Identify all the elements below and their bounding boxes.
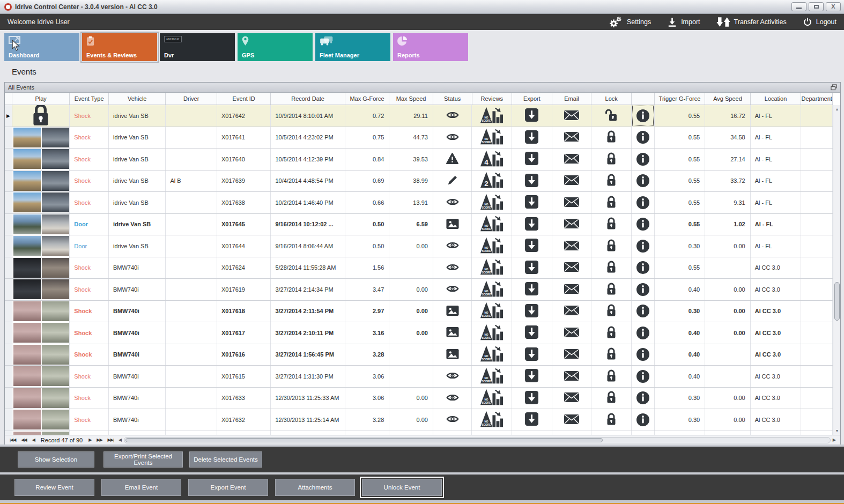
nav-first-button[interactable]: |◀◀ [10, 438, 16, 442]
column-header-lock[interactable]: Lock [591, 93, 632, 105]
tile-events-reviews[interactable]: Events & Reviews [82, 33, 157, 61]
export-button[interactable] [512, 366, 552, 387]
email-button[interactable] [552, 388, 592, 409]
email-button[interactable] [552, 192, 592, 213]
horizontal-scroll-thumb[interactable] [125, 438, 603, 442]
table-row[interactable]: ShockBMW740iX0176153/27/2014 1:31:30 PM3… [5, 366, 833, 388]
row-selector[interactable] [5, 279, 12, 300]
row-selector[interactable]: ▶ [5, 105, 12, 127]
export-button[interactable] [512, 409, 552, 431]
email-button[interactable] [552, 279, 592, 300]
info-button[interactable] [632, 344, 655, 366]
export-button[interactable] [512, 214, 552, 235]
email-button[interactable] [552, 431, 592, 435]
lock-button[interactable] [591, 279, 632, 300]
event-video-thumbnail[interactable] [13, 388, 69, 408]
play-thumbnail[interactable] [12, 431, 70, 435]
scroll-down-arrow[interactable]: ▼ [833, 427, 841, 435]
table-row[interactable]: Shockidrive Van SBX01764010/5/2014 4:12:… [5, 149, 833, 171]
row-selector[interactable] [5, 409, 12, 431]
info-button[interactable] [632, 149, 655, 170]
horizontal-scrollbar[interactable] [124, 437, 831, 443]
unlock-event-button[interactable]: Unlock Event [362, 479, 442, 496]
nav-next-button[interactable]: ▶ [88, 438, 91, 442]
tile-fleet-manager[interactable]: Fleet Manager [315, 33, 390, 61]
column-header-avg_speed[interactable]: Avg Speed [705, 93, 751, 105]
table-row[interactable]: ShockBMW740iX0176173/27/2014 2:10:11 PM3… [5, 322, 833, 344]
reviews-cell[interactable]: NOSCORE [472, 344, 512, 366]
table-row[interactable]: ShockBMW740iX0176193/27/2014 2:14:34 PM3… [5, 279, 833, 301]
reviews-cell[interactable]: NOSCORE [472, 257, 512, 279]
email-button[interactable] [552, 105, 592, 127]
reviews-cell[interactable]: NOSCORE [472, 388, 512, 409]
table-row[interactable]: Dooridrive Van SBX0176449/16/2014 8:06:4… [5, 235, 833, 257]
column-header-vehicle[interactable]: Vehicle [109, 93, 166, 105]
column-header-email[interactable]: Email [552, 93, 592, 105]
lock-button[interactable] [591, 366, 632, 387]
hscroll-left-arrow[interactable]: ◀ [119, 438, 122, 442]
play-thumbnail[interactable] [12, 127, 70, 149]
event-video-thumbnail[interactable] [13, 236, 69, 256]
status-cell[interactable] [433, 149, 472, 170]
lock-button[interactable] [591, 192, 632, 213]
status-cell[interactable] [433, 171, 472, 192]
info-button[interactable] [632, 388, 655, 409]
play-thumbnail[interactable] [12, 235, 70, 257]
play-thumbnail[interactable] [12, 257, 70, 279]
status-cell[interactable] [433, 409, 472, 431]
column-header-info[interactable] [632, 93, 655, 105]
export-button[interactable] [512, 105, 552, 127]
email-button[interactable] [552, 344, 592, 366]
table-row[interactable]: Shockidrive Van SBX01763810/2/2014 1:46:… [5, 192, 833, 214]
reviews-cell[interactable]: NOSCORE [472, 235, 512, 257]
info-button[interactable] [632, 235, 655, 257]
event-video-thumbnail[interactable] [13, 258, 69, 278]
table-row[interactable]: ShockBMW740iX0176183/27/2014 2:11:54 PM2… [5, 301, 833, 323]
reviews-cell[interactable]: NOSCORE [472, 279, 512, 300]
nav-last-button[interactable]: ▶▶| [108, 438, 114, 442]
column-header-review[interactable]: Reviews [472, 93, 513, 105]
column-header-gutter[interactable] [5, 93, 12, 105]
minimize-button[interactable] [791, 2, 806, 11]
export-button[interactable] [512, 127, 552, 149]
export-button[interactable] [512, 388, 552, 409]
table-row[interactable]: ShockBMW740iX01763212/30/2013 11:25:14 A… [5, 409, 833, 431]
event-video-thumbnail[interactable] [13, 323, 69, 343]
lock-button[interactable] [591, 409, 632, 431]
event-video-thumbnail[interactable] [13, 301, 69, 321]
event-video-thumbnail[interactable] [13, 345, 69, 365]
play-thumbnail[interactable] [12, 322, 70, 344]
event-video-thumbnail[interactable] [13, 192, 69, 212]
status-cell[interactable] [433, 127, 472, 149]
info-button[interactable] [632, 409, 655, 431]
tile-dashboard[interactable]: Dashboard [4, 33, 79, 61]
restore-panel-icon[interactable] [831, 84, 837, 91]
lock-button[interactable] [591, 149, 632, 170]
info-button[interactable] [632, 431, 655, 435]
column-header-max_speed[interactable]: Max Speed [389, 93, 433, 105]
row-selector[interactable] [5, 235, 12, 257]
import-button[interactable]: Import [667, 17, 700, 27]
status-cell[interactable] [433, 235, 472, 257]
play-thumbnail[interactable] [12, 301, 70, 322]
info-button[interactable] [632, 171, 655, 192]
export-button[interactable] [512, 431, 552, 435]
review-event-button[interactable]: Review Event [14, 479, 94, 496]
lock-button[interactable] [591, 322, 632, 344]
export-button[interactable] [512, 301, 552, 322]
event-video-thumbnail[interactable] [13, 432, 69, 435]
email-event-button[interactable]: Email Event [101, 479, 181, 496]
play-thumbnail[interactable] [12, 279, 70, 300]
column-header-department[interactable]: Department [801, 93, 833, 105]
status-cell[interactable] [433, 322, 472, 344]
column-header-export[interactable]: Export [512, 93, 552, 105]
vertical-scrollbar[interactable]: ▲ ▼ [833, 105, 840, 435]
play-thumbnail[interactable] [12, 344, 70, 366]
reviews-cell[interactable]: 2 [472, 171, 512, 192]
email-button[interactable] [552, 127, 592, 149]
play-cell-locked[interactable] [12, 105, 70, 127]
status-cell[interactable] [433, 257, 472, 279]
column-header-status[interactable]: Status [433, 93, 472, 105]
lock-button[interactable] [591, 127, 632, 149]
row-selector[interactable] [5, 149, 12, 170]
